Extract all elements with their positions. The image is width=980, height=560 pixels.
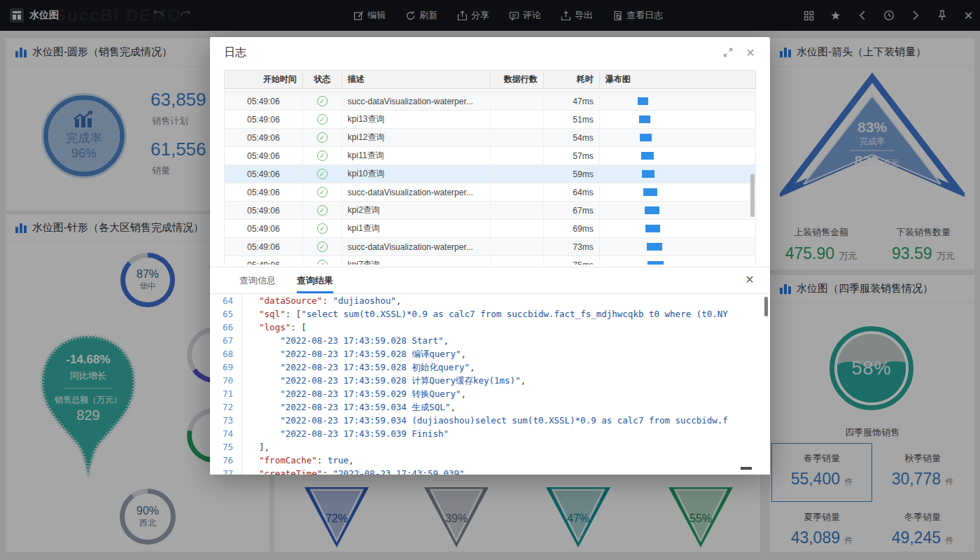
line-number: 72 — [210, 400, 242, 414]
expand-dialog-icon[interactable] — [722, 47, 734, 58]
waterfall-bar — [648, 261, 664, 265]
tab-query-result[interactable]: 查询结果 — [297, 267, 333, 293]
log-table-row[interactable]: 05:49:06 ✓ kpi13查询 51ms — [225, 111, 755, 129]
code-line: 77 "createTime": "2022-08-23 17:43:59.03… — [210, 467, 770, 475]
code-horizontal-scrollbar[interactable] — [741, 467, 752, 470]
log-table-row[interactable]: 05:49:06 ✓ kpi11查询 57ms — [225, 147, 755, 165]
code-line: 75 ], — [210, 440, 770, 454]
json-code-viewer[interactable]: 64 "dataSource": "dujiaoshou", 65 "sql":… — [210, 293, 770, 475]
col-row-count[interactable]: 数据行数 — [491, 71, 544, 88]
log-dialog: 日志 ✕ 开始时间 状态 描述 数据行数 耗时 瀑布图 05:49:06 ✓ s… — [210, 37, 770, 474]
code-line: 74 "2022-08-23 17:43:59.039 Finish" — [210, 427, 770, 440]
log-table-row[interactable]: 05:49:06 ✓ kpi10查询 59ms — [225, 165, 755, 183]
code-line: 73 "2022-08-23 17:43:59.034 (dujiaoshou)… — [210, 414, 770, 427]
success-check-icon: ✓ — [317, 114, 328, 125]
log-table-row[interactable]: 05:49:06 ✓ kpi2查询 67ms — [225, 202, 755, 220]
line-number: 64 — [210, 294, 242, 307]
success-check-icon: ✓ — [317, 96, 328, 106]
code-line: 64 "dataSource": "dujiaoshou", — [210, 294, 770, 307]
code-line: 66 "logs": [ — [210, 321, 770, 334]
line-number: 76 — [210, 454, 242, 467]
success-check-icon: ✓ — [317, 260, 328, 265]
waterfall-bar — [640, 134, 652, 141]
line-number: 77 — [210, 467, 242, 475]
col-duration[interactable]: 耗时 — [544, 71, 600, 88]
log-rows: 05:49:06 ✓ succ-dataVisualization-waterp… — [224, 89, 756, 265]
query-log-table: 开始时间 状态 描述 数据行数 耗时 瀑布图 05:49:06 ✓ succ-d… — [224, 70, 756, 265]
code-line: 70 "2022-08-23 17:43:59.028 计算Query缓存key… — [210, 374, 770, 387]
waterfall-bar — [642, 170, 655, 178]
code-line: 69 "2022-08-23 17:43:59.028 初始化query", — [210, 360, 770, 374]
line-number: 69 — [210, 360, 242, 374]
success-check-icon: ✓ — [317, 241, 328, 252]
line-number: 70 — [210, 374, 242, 387]
close-dialog-icon[interactable]: ✕ — [745, 47, 756, 58]
success-check-icon: ✓ — [317, 223, 328, 234]
line-number: 73 — [210, 414, 242, 427]
col-waterfall[interactable]: 瀑布图 — [600, 71, 755, 88]
line-number: 67 — [210, 334, 242, 347]
success-check-icon: ✓ — [317, 187, 328, 197]
dialog-title: 日志 — [224, 46, 246, 60]
table-scrollbar[interactable] — [750, 174, 755, 217]
col-start-time[interactable]: 开始时间 — [225, 71, 303, 88]
success-check-icon: ✓ — [317, 132, 328, 143]
line-number: 66 — [210, 321, 242, 334]
line-number: 65 — [210, 307, 242, 321]
col-description[interactable]: 描述 — [342, 71, 491, 88]
col-status[interactable]: 状态 — [303, 71, 342, 88]
code-line: 68 "2022-08-23 17:43:59.028 编译query", — [210, 347, 770, 360]
success-check-icon: ✓ — [317, 150, 328, 161]
waterfall-bar — [645, 225, 661, 232]
code-line: 65 "sql": ["select sum(t0.XSSL)*0.9 as c… — [210, 307, 770, 321]
success-check-icon: ✓ — [317, 205, 328, 216]
code-line: 76 "fromCache": true, — [210, 454, 770, 467]
log-table-row[interactable]: 05:49:06 ✓ succ-dataVisualization-waterp… — [225, 92, 755, 111]
line-number: 75 — [210, 440, 242, 454]
query-result-panel: 查询信息 查询结果 ✕ 64 "dataSource": "dujiaoshou… — [210, 267, 770, 474]
waterfall-bar — [643, 188, 657, 196]
log-table-row[interactable]: 05:49:06 ✓ kpi1查询 69ms — [225, 220, 755, 238]
waterfall-bar — [641, 152, 654, 160]
log-table-row[interactable]: 05:49:06 ✓ kpi12查询 54ms — [225, 129, 755, 147]
waterfall-bar — [647, 243, 663, 251]
line-number: 71 — [210, 387, 242, 400]
tab-query-info[interactable]: 查询信息 — [239, 267, 276, 293]
code-line: 67 "2022-08-23 17:43:59.028 Start", — [210, 334, 770, 347]
log-table-row[interactable]: 05:49:06 ✓ succ-dataVisualization-waterp… — [225, 183, 755, 202]
waterfall-bar — [638, 97, 648, 105]
waterfall-bar — [639, 115, 650, 123]
log-table-row[interactable]: 05:49:06 ✓ kpi7查询 75ms — [225, 256, 755, 265]
log-table-row[interactable]: 05:49:06 ✓ succ-dataVisualization-waterp… — [225, 238, 755, 256]
success-check-icon: ✓ — [317, 169, 328, 179]
code-line: 72 "2022-08-23 17:43:59.034 生成SQL", — [210, 400, 770, 414]
close-result-panel-icon[interactable]: ✕ — [743, 273, 756, 286]
waterfall-bar — [645, 206, 659, 214]
line-number: 68 — [210, 347, 242, 360]
code-vertical-scrollbar[interactable] — [764, 297, 768, 316]
code-line: 71 "2022-08-23 17:43:59.029 转换Query", — [210, 387, 770, 400]
line-number: 74 — [210, 427, 242, 440]
